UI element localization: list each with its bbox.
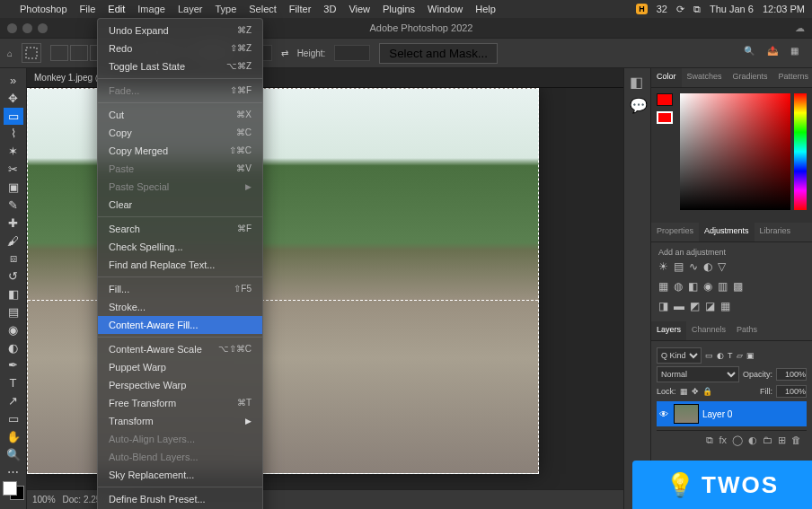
tool-lasso[interactable]: ⌇ (4, 126, 23, 143)
menu-plugins[interactable]: Plugins (383, 4, 415, 14)
adj-exposure-icon[interactable]: ◐ (703, 260, 712, 273)
lock-position-icon[interactable]: ✥ (692, 387, 699, 396)
menu-item-redo[interactable]: Redo⇧⌘Z (98, 39, 262, 57)
menu-window[interactable]: Window (428, 4, 463, 14)
tool-gradient[interactable]: ▤ (4, 303, 23, 320)
tool-collapse[interactable]: » (4, 72, 23, 89)
workspace-icon[interactable]: ▦ (790, 46, 805, 60)
tool-marquee[interactable]: ▭ (4, 108, 23, 125)
menu-item-undo-expand[interactable]: Undo Expand⌘Z (98, 22, 262, 39)
color-swatches[interactable] (3, 481, 24, 500)
adj-balance-icon[interactable]: ◍ (674, 280, 683, 293)
delete-layer-icon[interactable]: 🗑 (791, 434, 801, 446)
tab-libraries[interactable]: Libraries (755, 223, 797, 241)
tool-dodge[interactable]: ◐ (4, 339, 23, 356)
filter-adjust-icon[interactable]: ◐ (717, 351, 724, 360)
opacity-input[interactable] (776, 368, 807, 381)
tool-path[interactable]: ↗ (4, 392, 23, 409)
blend-mode-select[interactable]: Normal (657, 366, 739, 382)
window-close[interactable] (7, 23, 17, 33)
tool-blur[interactable]: ◉ (4, 321, 23, 338)
menu-item-define-brush-preset[interactable]: Define Brush Preset... (98, 490, 262, 508)
lock-pixels-icon[interactable]: ▦ (680, 387, 688, 396)
tab-channels[interactable]: Channels (686, 321, 731, 340)
filter-shape-icon[interactable]: ▱ (737, 351, 743, 360)
tool-stamp[interactable]: ⧇ (4, 250, 23, 267)
layer-row[interactable]: 👁 Layer 0 (657, 401, 807, 426)
menu-edit[interactable]: Edit (108, 4, 125, 14)
menu-filter[interactable]: Filter (289, 4, 311, 14)
tool-more[interactable]: ⋯ (4, 464, 23, 481)
tab-properties[interactable]: Properties (651, 223, 699, 241)
adj-invert-icon[interactable]: ◨ (658, 300, 668, 312)
lock-all-icon[interactable]: 🔒 (702, 387, 712, 396)
cloud-icon[interactable]: ☁ (795, 22, 805, 34)
filter-type-icon[interactable]: T (728, 351, 733, 360)
adj-threshold-icon[interactable]: ◩ (690, 300, 700, 312)
window-minimize[interactable] (22, 23, 32, 33)
menu-item-copy[interactable]: Copy⌘C (98, 124, 262, 142)
menu-item-search[interactable]: Search⌘F (98, 220, 262, 238)
menu-3d[interactable]: 3D (323, 4, 336, 14)
wifi-icon[interactable]: ⧉ (693, 4, 701, 15)
tool-pen[interactable]: ✒ (4, 357, 23, 374)
tab-layers[interactable]: Layers (651, 321, 686, 340)
tool-type[interactable]: T (4, 374, 23, 391)
menu-type[interactable]: Type (215, 4, 236, 14)
sync-icon[interactable]: ⟳ (676, 4, 684, 15)
menu-item-stroke[interactable]: Stroke... (98, 298, 262, 316)
adj-vibrance-icon[interactable]: ▽ (718, 260, 726, 273)
window-zoom[interactable] (38, 23, 48, 33)
menu-help[interactable]: Help (475, 4, 496, 14)
tool-crop[interactable]: ✂ (4, 161, 23, 178)
tool-move[interactable]: ✥ (4, 90, 23, 107)
fill-input[interactable] (776, 385, 807, 398)
menu-item-free-transform[interactable]: Free Transform⌘T (98, 394, 262, 412)
new-layer-icon[interactable]: ⊞ (778, 434, 786, 446)
tool-brush[interactable]: 🖌 (4, 233, 23, 250)
adj-bw-icon[interactable]: ◧ (688, 280, 698, 293)
hue-slider[interactable] (794, 93, 807, 210)
menu-file[interactable]: File (80, 4, 96, 14)
adj-selective-icon[interactable]: ▦ (720, 300, 730, 312)
layer-filter-kind[interactable]: Q Kind (657, 347, 702, 364)
color-field[interactable] (680, 93, 790, 210)
adj-brightness-icon[interactable]: ☀ (658, 260, 668, 273)
foreground-swatch[interactable] (657, 93, 673, 106)
selection-add[interactable] (70, 45, 88, 61)
adj-poster-icon[interactable]: ▬ (674, 300, 684, 312)
swap-wh-icon[interactable]: ⇄ (281, 48, 288, 58)
menu-item-fill[interactable]: Fill...⇧F5 (98, 280, 262, 298)
tab-patterns[interactable]: Patterns (773, 68, 812, 87)
tool-history[interactable]: ↺ (4, 268, 23, 285)
panel-icon-1[interactable]: ◧ (630, 74, 646, 90)
menu-photoshop[interactable]: Photoshop (20, 4, 67, 14)
filter-image-icon[interactable]: ▭ (705, 351, 713, 360)
menu-item-clear[interactable]: Clear (98, 196, 262, 214)
menu-item-find-and-replace-text[interactable]: Find and Replace Text... (98, 256, 262, 274)
panel-icon-2[interactable]: 💬 (630, 97, 646, 113)
tool-frame[interactable]: ▣ (4, 179, 23, 196)
menu-item-toggle-last-state[interactable]: Toggle Last State⌥⌘Z (98, 57, 262, 75)
layer-name[interactable]: Layer 0 (702, 409, 732, 419)
menu-item-check-spelling[interactable]: Check Spelling... (98, 238, 262, 256)
menu-layer[interactable]: Layer (178, 4, 203, 14)
layer-visibility-icon[interactable]: 👁 (659, 409, 670, 419)
menu-item-sky-replacement[interactable]: Sky Replacement... (98, 466, 262, 484)
adj-lookup-icon[interactable]: ▩ (733, 280, 743, 293)
tool-hand[interactable]: ✋ (4, 428, 23, 445)
tool-heal[interactable]: ✚ (4, 215, 23, 232)
layer-mask-icon[interactable]: ◯ (732, 434, 743, 446)
zoom-level[interactable]: 100% (32, 495, 56, 505)
share-icon[interactable]: 📤 (767, 46, 781, 60)
adj-photo-icon[interactable]: ◉ (703, 280, 712, 293)
tool-shape[interactable]: ▭ (4, 410, 23, 427)
layer-fx-icon[interactable]: fx (719, 434, 727, 446)
layer-thumbnail[interactable] (674, 404, 699, 424)
new-adjustment-icon[interactable]: ◐ (748, 434, 757, 446)
tool-eraser[interactable]: ◧ (4, 285, 23, 303)
tab-adjustments[interactable]: Adjustments (699, 223, 755, 241)
menu-item-transform[interactable]: Transform▶ (98, 412, 262, 430)
home-icon[interactable]: ⌂ (7, 48, 13, 58)
select-and-mask-button[interactable]: Select and Mask... (379, 43, 498, 64)
